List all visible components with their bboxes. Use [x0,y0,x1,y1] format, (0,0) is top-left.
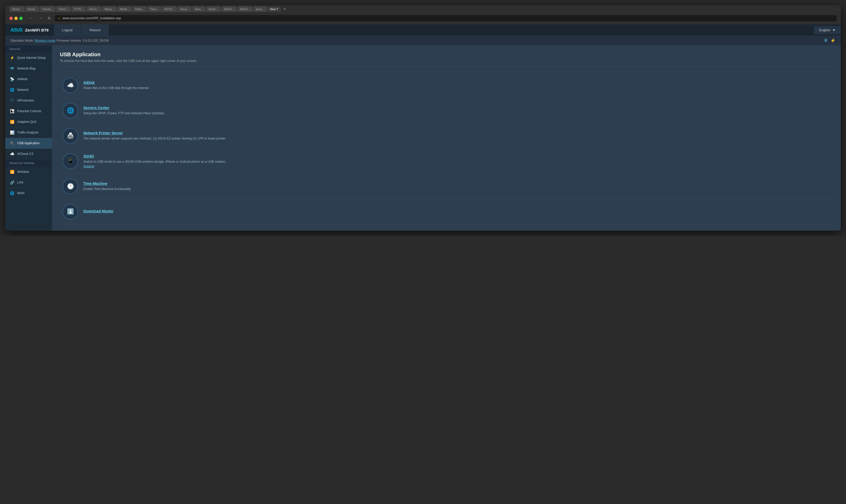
browser-tab[interactable]: Tom's... [56,6,71,12]
feature-name-download-master[interactable]: Download Master [83,209,113,213]
close-button[interactable] [10,17,13,20]
usb-icon: ⚡ [830,38,835,43]
sidebar-section-label: General [5,45,52,53]
op-mode-value[interactable]: Wireless router [35,39,56,42]
sidebar-item-adaptive-qos[interactable]: 📶Adaptive QoS [5,116,52,127]
sidebar-item-label: AiMesh [17,77,28,81]
feature-name-network-printer-server[interactable]: Network Printer Server [83,131,226,135]
parental-controls-icon: 👨‍👧 [10,109,15,114]
minimize-button[interactable] [14,17,18,20]
browser-tab[interactable]: Mode... [117,6,132,12]
sidebar-item-aimesh[interactable]: 📡AiMesh [5,74,52,85]
feature-desc-servers-center: Setup the UPnP, iTunes, FTP and Network … [83,111,165,115]
feature-item-time-machine[interactable]: 🕐Time MachineEnable Time Machine functio… [60,174,833,199]
aimesh-icon: 📡 [10,76,15,82]
sidebar-item-wan[interactable]: 🌐WAN [5,188,52,199]
browser-tab[interactable]: Hot D... [87,6,101,12]
browser-tab[interactable]: New T [267,6,281,12]
chevron-down-icon: ▼ [832,28,835,32]
browser-tab[interactable]: asus... [253,6,267,12]
wireless-icon: 📶 [10,169,15,175]
feature-name-time-machine[interactable]: Time Machine [83,181,131,186]
feature-link-3g-4g[interactable]: Support [83,164,94,168]
sidebar-item-label: Network [17,88,29,92]
browser-titlebar: ← → ↻ ⚠ www.asusrouter.com/APP_Installat… [5,12,841,24]
sidebar-item-label: Network Map [17,67,36,70]
sidebar-item-network-map[interactable]: 🗺Network Map [5,63,52,74]
browser-tab[interactable]: Thes... [147,6,161,12]
feature-item-network-printer-server[interactable]: 🖨️Network Printer ServerThe network prin… [60,123,833,149]
sidebar-item-label: Quick Internet Setup [17,56,46,60]
sidebar-item-label: AiProtection [17,99,34,102]
router-topbar: ASUS ZenWiFi BT8 Logout Reboot English ▼ [5,24,841,36]
feature-name-aidisk[interactable]: AiDisk [83,80,149,85]
firmware-label: Firmware Version: [56,39,82,42]
sidebar-item-lan[interactable]: 🔗LAN [5,177,52,188]
sidebar-item-wireless[interactable]: 📶Wireless [5,167,52,177]
sidebar-item-usb-application[interactable]: 🔌USB Application [5,138,52,149]
network-printer-server-icon: 🖨️ [63,128,78,144]
feature-name-servers-center[interactable]: Servers Center [83,106,165,110]
browser-tab[interactable]: ASUS... [222,6,237,12]
feature-item-3g-4g[interactable]: 📱3G/4GSwitch to USB mode to use a 3G/4G … [60,149,833,174]
sidebar-item-quick-internet-setup[interactable]: ⚡Quick Internet Setup [5,53,52,63]
traffic-analyzer-icon: 📊 [10,130,15,135]
language-label: English [819,28,830,32]
browser-tab[interactable]: Hond... [25,6,39,12]
content-area: USB Application To remove the hard disk … [52,45,841,231]
browser-tab[interactable]: New... [192,6,206,12]
sidebar-item-network[interactable]: 🌐Network [5,85,52,95]
feature-desc-time-machine: Enable Time Machine functionality [83,187,131,191]
router-ui: ASUS ZenWiFi BT8 Logout Reboot English ▼… [5,24,841,231]
feature-text-servers-center: Servers CenterSetup the UPnP, iTunes, FT… [83,106,165,115]
wan-icon: 🌐 [10,191,15,196]
browser-tab[interactable]: Raku... [133,6,147,12]
reload-button[interactable]: ↻ [46,15,53,21]
router-nav-buttons: Logout Reboot [54,24,109,36]
browser-tab[interactable]: ASUS... [162,6,177,12]
feature-text-download-master: Download Master [83,209,113,214]
page-subtitle: To remove the hard disk from the router,… [60,59,833,67]
language-selector[interactable]: English ▼ [814,26,841,34]
fullscreen-button[interactable] [19,17,23,20]
feature-desc-aidisk: Share files in the USB disk through the … [83,86,149,90]
address-bar[interactable]: ⚠ www.asusrouter.com/APP_Installation.as… [55,15,836,21]
time-machine-icon: 🕐 [63,179,78,194]
sidebar-item-aicloud[interactable]: ☁️AiCloud 2.0 [5,149,52,159]
feature-item-download-master[interactable]: ⬇️Download Master [60,199,833,224]
browser-tab[interactable]: Amaz... [206,6,221,12]
forward-button[interactable]: → [37,15,44,21]
aiprotection-icon: 🛡 [10,98,15,103]
logout-button[interactable]: Logout [54,24,81,36]
browser-tab[interactable]: ASUS... [237,6,253,12]
reboot-button[interactable]: Reboot [81,24,109,36]
usb-application-icon: 🔌 [10,141,15,146]
browser-tab[interactable]: Asus... [178,6,192,12]
feature-name-3g-4g[interactable]: 3G/4G [83,154,226,158]
back-button[interactable]: ← [27,15,35,21]
3g-4g-icon: 📱 [63,153,78,169]
feature-item-servers-center[interactable]: 🌐Servers CenterSetup the UPnP, iTunes, F… [60,98,833,123]
browser-tab[interactable]: Storie... [10,6,24,12]
sidebar-item-label: USB Application [17,141,40,145]
sidebar-item-parental-controls[interactable]: 👨‍👧Parental Controls [5,106,52,116]
new-tab-button[interactable]: + [281,6,288,12]
sidebar-item-label: AiCloud 2.0 [17,152,33,156]
firmware-version: 3.0.0.6.102_56236 [83,39,109,42]
feature-item-aidisk[interactable]: ☁️AiDiskShare files in the USB disk thro… [60,73,833,98]
feature-text-time-machine: Time MachineEnable Time Machine function… [83,181,131,191]
sidebar: General⚡Quick Internet Setup🗺Network Map… [5,45,52,231]
lan-icon: 🔗 [10,180,15,185]
sidebar-item-label: Wireless [17,170,29,174]
main-layout: General⚡Quick Internet Setup🗺Network Map… [5,45,841,231]
sidebar-item-traffic-analyzer[interactable]: 📊Traffic Analyzer [5,127,52,138]
sidebar-item-aiprotection[interactable]: 🛡AiProtection [5,95,52,106]
quick-internet-setup-icon: ⚡ [10,55,15,60]
browser-tab[interactable]: Mana... [102,6,117,12]
browser-tab[interactable]: E*TR... [72,6,86,12]
browser-tab[interactable]: Faceb... [40,6,55,12]
sidebar-item-label: Adaptive QoS [17,120,36,124]
servers-center-icon: 🌐 [63,103,78,119]
feature-desc-network-printer-server: The network printer server supports two … [83,136,226,141]
browser-frame: Storie...Hond...Faceb...Tom's...E*TR...H… [5,5,841,231]
